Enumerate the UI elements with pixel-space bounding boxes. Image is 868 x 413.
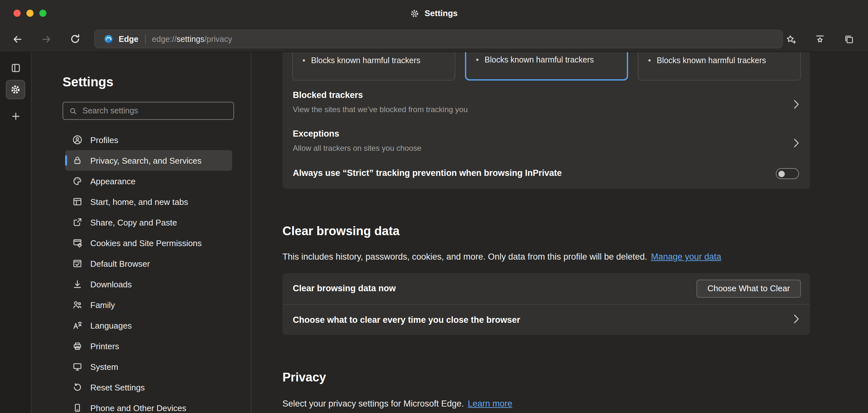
add-rail-item-icon[interactable] bbox=[6, 106, 25, 126]
settings-page-title: Settings bbox=[63, 75, 114, 90]
blocked-trackers-subtitle: View the sites that we’ve blocked from t… bbox=[293, 104, 810, 115]
tracking-level-card-basic[interactable]: •Blocks known harmful trackers bbox=[292, 52, 455, 80]
cookies-icon bbox=[72, 238, 83, 248]
sidebar-item-system[interactable]: System bbox=[65, 356, 232, 377]
printers-icon bbox=[72, 341, 83, 351]
sidebar-item-printers[interactable]: Printers bbox=[65, 336, 232, 356]
address-bar[interactable]: Edge edge://settings/privacy bbox=[94, 30, 783, 48]
collections-icon[interactable] bbox=[839, 30, 858, 49]
sidebar-item-languages[interactable]: Languages bbox=[65, 315, 232, 336]
sidebar-item-family[interactable]: Family bbox=[65, 295, 232, 315]
sidebar-item-start-home[interactable]: Start, home, and new tabs bbox=[65, 192, 232, 212]
window-title-text: Settings bbox=[425, 8, 458, 18]
learn-more-link[interactable]: Learn more bbox=[468, 399, 513, 409]
appearance-icon bbox=[72, 176, 83, 186]
languages-icon bbox=[72, 320, 83, 331]
clear-browsing-data-description: This includes history, passwords, cookie… bbox=[282, 251, 721, 263]
site-name: Edge bbox=[119, 34, 138, 43]
browser-toolbar: Edge edge://settings/privacy bbox=[0, 26, 868, 52]
add-favorite-icon[interactable] bbox=[781, 30, 800, 49]
sidebar-item-phone[interactable]: Phone and Other Devices bbox=[65, 398, 232, 413]
zoom-window-button[interactable] bbox=[39, 10, 46, 17]
share-icon bbox=[72, 217, 83, 228]
tracking-level-card-strict[interactable]: •Blocks known harmful trackers bbox=[638, 52, 801, 80]
privacy-icon bbox=[72, 155, 83, 166]
sidebar-item-reset[interactable]: Reset Settings bbox=[65, 377, 232, 398]
settings-search-box[interactable] bbox=[63, 102, 234, 120]
search-input[interactable] bbox=[83, 106, 228, 115]
chevron-right-icon bbox=[794, 314, 799, 323]
choose-what-to-clear-button[interactable]: Choose What to Clear bbox=[696, 280, 801, 297]
chevron-right-icon bbox=[794, 99, 799, 110]
active-indicator bbox=[65, 155, 67, 166]
chevron-right-icon bbox=[794, 137, 799, 149]
exceptions-row[interactable]: Exceptions Allow all trackers on sites y… bbox=[282, 126, 810, 160]
back-button[interactable] bbox=[8, 29, 27, 49]
clear-browsing-data-now-row: Clear browsing data now Choose What to C… bbox=[282, 273, 810, 304]
toggle-knob bbox=[778, 170, 785, 177]
phone-icon bbox=[72, 403, 83, 413]
blocked-trackers-title: Blocked trackers bbox=[293, 90, 810, 101]
downloads-icon bbox=[72, 279, 83, 289]
url-text: edge://settings/privacy bbox=[152, 34, 232, 43]
system-icon bbox=[72, 362, 83, 372]
privacy-heading: Privacy bbox=[282, 370, 326, 385]
start-home-icon bbox=[72, 197, 83, 207]
settings-menu: Profiles Privacy, Search, and Services A… bbox=[32, 130, 251, 413]
settings-content: •Blocks known harmful trackers •Blocks k… bbox=[251, 52, 868, 413]
sidebar-item-privacy[interactable]: Privacy, Search, and Services bbox=[65, 150, 232, 171]
close-window-button[interactable] bbox=[13, 10, 21, 17]
forward-button[interactable] bbox=[37, 29, 56, 49]
search-icon bbox=[69, 107, 78, 115]
sidebar-item-downloads[interactable]: Downloads bbox=[65, 274, 232, 295]
sidebar-item-cookies[interactable]: Cookies and Site Permissions bbox=[65, 233, 232, 253]
gear-icon bbox=[410, 9, 420, 18]
sidebar-item-share-copy-paste[interactable]: Share, Copy and Paste bbox=[65, 212, 232, 233]
titlebar: Settings bbox=[0, 0, 868, 26]
strict-inprivate-label: Always use “Strict” tracking prevention … bbox=[282, 165, 810, 182]
settings-sidebar: Settings Profiles Privacy, Search, and S… bbox=[32, 52, 251, 413]
default-browser-icon bbox=[72, 259, 83, 269]
tracking-card-bullet: Blocks known harmful trackers bbox=[485, 55, 594, 64]
vertical-rail bbox=[0, 52, 32, 413]
privacy-description: Select your privacy settings for Microso… bbox=[282, 398, 513, 410]
settings-rail-gear-icon[interactable] bbox=[6, 80, 25, 99]
sidebar-item-appearance[interactable]: Appearance bbox=[65, 171, 232, 192]
edge-logo-icon bbox=[104, 34, 114, 44]
sidebar-item-default-browser[interactable]: Default Browser bbox=[65, 253, 232, 274]
sidebar-item-profiles[interactable]: Profiles bbox=[65, 130, 232, 150]
tracking-card-bullet: Blocks known harmful trackers bbox=[311, 56, 421, 65]
blocked-trackers-row[interactable]: Blocked trackers View the sites that we’… bbox=[282, 88, 810, 121]
clear-browsing-data-card: Clear browsing data now Choose What to C… bbox=[282, 273, 810, 335]
exceptions-title: Exceptions bbox=[293, 128, 810, 140]
exceptions-subtitle: Allow all trackers on sites you choose bbox=[293, 143, 810, 153]
manage-your-data-link[interactable]: Manage your data bbox=[651, 252, 721, 262]
reset-icon bbox=[72, 382, 83, 392]
url-separator bbox=[145, 34, 146, 44]
clear-browsing-data-heading: Clear browsing data bbox=[282, 223, 400, 239]
minimize-window-button[interactable] bbox=[26, 10, 34, 17]
clear-on-close-row[interactable]: Choose what to clear every time you clos… bbox=[282, 304, 810, 335]
strict-inprivate-toggle[interactable] bbox=[776, 168, 799, 179]
window-title: Settings bbox=[410, 8, 458, 18]
clear-now-label: Clear browsing data now bbox=[293, 284, 396, 294]
site-info-chip[interactable]: Edge bbox=[104, 34, 138, 44]
sidebar-panel-icon[interactable] bbox=[6, 58, 25, 77]
favorites-icon[interactable] bbox=[810, 30, 829, 49]
toolbar-right-actions bbox=[781, 26, 868, 52]
tracking-level-card-balanced[interactable]: •Blocks known harmful trackers bbox=[465, 52, 628, 80]
family-icon bbox=[72, 300, 83, 310]
profiles-icon bbox=[72, 135, 83, 145]
tracking-card-bullet: Blocks known harmful trackers bbox=[657, 56, 766, 65]
strict-inprivate-row: Always use “Strict” tracking prevention … bbox=[282, 165, 810, 184]
reload-button[interactable] bbox=[65, 29, 85, 49]
clear-on-close-label: Choose what to clear every time you clos… bbox=[293, 315, 520, 324]
edge-settings-window: Settings bbox=[0, 0, 868, 413]
window-controls bbox=[13, 0, 46, 26]
